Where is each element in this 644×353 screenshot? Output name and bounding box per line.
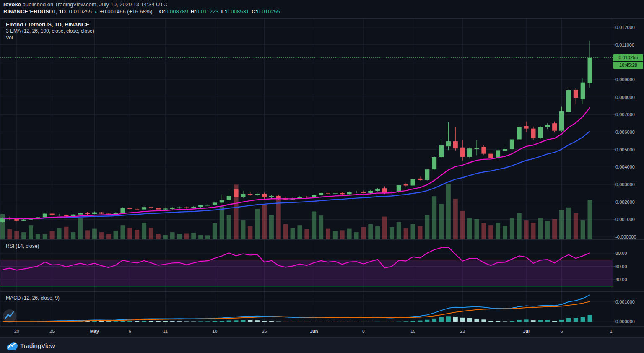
time-tick-label: May [90, 329, 99, 334]
price-tick-label: -0.000000 [615, 234, 636, 239]
price-tick-label: 0.009000 [615, 77, 635, 82]
tradingview-watermark-icon [3, 309, 16, 323]
tradingview-logo-icon[interactable] [5, 340, 18, 351]
price-tick-label: 0.001000 [615, 217, 635, 222]
price-tick-label: 0.012000 [615, 25, 635, 30]
rsi-legend: RSI (14, close) [6, 243, 39, 249]
ema-slow-line [3, 131, 590, 218]
macd-tick-label: 0.001000 [615, 299, 635, 304]
chart-canvas[interactable] [0, 0, 644, 353]
price-tick-label: 0.008000 [615, 95, 635, 100]
price-tick-label: 0.006000 [615, 130, 635, 135]
macd-tick-label: 0.000000 [615, 319, 635, 324]
pane-separators [0, 18, 644, 338]
macd-legend: MACD (12, 26, close, 9) [6, 295, 60, 301]
time-tick-label: 8 [362, 329, 365, 334]
time-tick-label: 15 [410, 329, 415, 334]
price-tick-label: 0.007000 [615, 112, 635, 117]
time-tick-label: 6 [129, 329, 131, 334]
tradingview-published-chart: revoke published on TradingView.com, Jul… [0, 0, 644, 353]
footer-bar: TradingView [0, 338, 644, 353]
rsi-tick-label: 40.00 [615, 277, 627, 282]
time-tick-label: 11 [163, 329, 168, 334]
price-tick-label: 0.011000 [615, 42, 634, 47]
time-tick-label: 18 [212, 329, 217, 334]
time-tick-label: 25 [262, 329, 267, 334]
tradingview-brand[interactable]: TradingView [20, 342, 55, 349]
macd-signal-line [3, 301, 590, 322]
time-tick-label: 1 [610, 329, 613, 334]
countdown-badge: 10:45:28 [613, 62, 643, 69]
price-tick-label: 0.004000 [615, 164, 635, 169]
macd-line [3, 295, 590, 322]
ema-legend: 3 EMA (12, 26, 100, close, close, close) [6, 28, 94, 34]
price-tick-label: 0.005000 [615, 147, 635, 152]
time-tick-label: 22 [460, 329, 465, 334]
rsi-tick-label: 80.00 [615, 251, 627, 256]
price-tick-label: 0.003000 [615, 182, 635, 187]
volume-layer [0, 184, 592, 239]
price-tick-label: 0.002000 [615, 200, 635, 205]
time-tick-label: 20 [14, 329, 19, 334]
rsi-tick-label: 60.00 [615, 264, 627, 269]
price-badge: 0.010255 [613, 54, 643, 61]
time-tick-label: 25 [49, 329, 55, 334]
time-tick-label: 6 [560, 329, 563, 334]
time-tick-label: Jul [523, 329, 530, 334]
volume-legend: Vol [6, 35, 13, 41]
chart-legend-title: Elrond / TetherUS, 1D, BINANCE [6, 21, 89, 28]
time-tick-label: Jun [310, 329, 318, 334]
